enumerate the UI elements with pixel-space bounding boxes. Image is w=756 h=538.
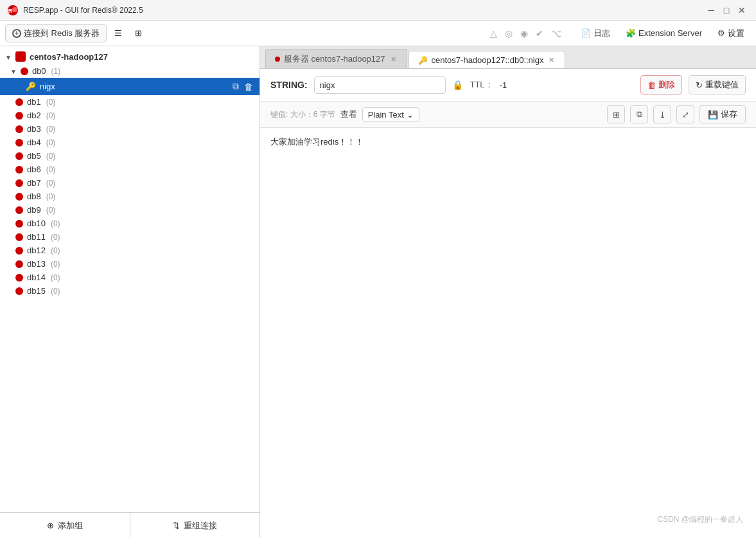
sidebar-db14[interactable]: db14 (0) <box>0 271 259 284</box>
db15-label: db15 <box>27 286 46 296</box>
settings-gear-icon: ⚙ <box>717 28 725 38</box>
sidebar-db3[interactable]: db3 (0) <box>0 122 259 136</box>
db8-label: db8 <box>27 192 41 201</box>
key-type-badge: STRING: <box>270 80 308 90</box>
server-redis-icon <box>15 51 26 62</box>
add-group-label: 添加组 <box>58 520 83 532</box>
extension-server-button[interactable]: 🧩 Extension Server <box>619 26 708 40</box>
sidebar-db8[interactable]: db8 (0) <box>0 190 259 203</box>
nav-icon-5: ⌥ <box>551 28 561 39</box>
value-editor-area[interactable]: 大家加油学习redis！！！ <box>260 128 756 538</box>
db8-icon <box>15 193 23 201</box>
key-left: 🔑 nigx <box>26 82 55 91</box>
plain-text-select[interactable]: Plain Text ⌄ <box>362 107 419 122</box>
grid-view-button[interactable]: ⊞ <box>130 26 147 40</box>
db14-count: (0) <box>51 273 60 282</box>
main-layout: centos7-hadoop127 db0 (1) 🔑 nigx ⧉ 🗑 <box>0 46 756 538</box>
db9-count: (0) <box>46 206 56 215</box>
value-size-label: 键值: 大小：6 字节 <box>270 109 335 120</box>
reload-label: 重载键值 <box>705 79 739 91</box>
format-btn-3[interactable]: ⤓ <box>653 105 671 123</box>
key-name-label: nigx <box>40 82 55 91</box>
sidebar-db15[interactable]: db15 (0) <box>0 284 259 298</box>
logs-label: 日志 <box>593 28 610 39</box>
app-icon: R <box>8 5 18 15</box>
db3-icon <box>15 125 23 133</box>
delete-key-button[interactable]: 🗑 <box>243 80 254 93</box>
db0-count: (1) <box>51 67 61 76</box>
db10-icon <box>15 220 23 228</box>
db5-icon <box>15 152 23 160</box>
server-chevron-icon <box>5 52 12 62</box>
sidebar-db11[interactable]: db11 (0) <box>0 230 259 244</box>
settings-label: 设置 <box>728 28 744 39</box>
copy-key-button[interactable]: ⧉ <box>231 80 240 93</box>
add-group-button[interactable]: ⊕ 添加组 <box>0 513 130 538</box>
db0-icon <box>21 67 28 75</box>
db4-count: (0) <box>46 138 56 147</box>
sidebar-db12[interactable]: db12 (0) <box>0 244 259 257</box>
tab-key[interactable]: 🔑 centos7-hadoop127::db0::nigx ✕ <box>409 51 566 68</box>
db3-count: (0) <box>46 125 56 134</box>
db7-label: db7 <box>27 178 41 188</box>
db14-icon <box>15 274 23 282</box>
db6-label: db6 <box>27 165 41 174</box>
reconnect-button[interactable]: ⇅ 重组连接 <box>130 513 260 538</box>
sidebar-db7[interactable]: db7 (0) <box>0 176 259 190</box>
tab-key-icon: 🔑 <box>418 56 428 65</box>
sidebar: centos7-hadoop127 db0 (1) 🔑 nigx ⧉ 🗑 <box>0 46 260 538</box>
reload-button[interactable]: ↻ 重载键值 <box>689 75 746 94</box>
key-name-input[interactable] <box>314 76 446 94</box>
db15-count: (0) <box>51 287 60 296</box>
maximize-button[interactable]: □ <box>720 4 733 17</box>
sidebar-db2[interactable]: db2 (0) <box>0 109 259 122</box>
sidebar-key-nigx[interactable]: 🔑 nigx ⧉ 🗑 <box>0 78 259 95</box>
key-header-bar: STRING: 🔒 TTL： -1 🗑 删除 ↻ 重载键值 <box>260 69 756 102</box>
minimize-button[interactable]: ─ <box>705 4 717 17</box>
tab-server-label: 服务器 centos7-hadoop127 <box>284 53 385 65</box>
close-button[interactable]: ✕ <box>735 4 748 17</box>
right-panel: 服务器 centos7-hadoop127 ✕ 🔑 centos7-hadoop… <box>260 46 756 538</box>
db12-label: db12 <box>27 246 46 255</box>
tab-key-close[interactable]: ✕ <box>547 56 556 64</box>
logs-doc-icon: 📄 <box>581 28 591 38</box>
db5-label: db5 <box>27 151 41 161</box>
db5-count: (0) <box>46 152 56 161</box>
list-icon: ☰ <box>114 28 122 38</box>
db11-icon <box>15 233 23 241</box>
title-bar-left: R RESP.app - GUI for Redis® 2022.5 <box>8 5 143 15</box>
tab-server[interactable]: 服务器 centos7-hadoop127 ✕ <box>265 49 407 68</box>
tab-server-dot <box>275 57 280 62</box>
sidebar-footer: ⊕ 添加组 ⇅ 重组连接 <box>0 512 259 538</box>
main-toolbar: + 连接到 Redis 服务器 ☰ ⊞ △ ◎ ◉ ✔ ⌥ 📄 日志 🧩 Ext… <box>0 21 756 46</box>
format-btn-1[interactable]: ⊞ <box>607 105 625 123</box>
sidebar-db5[interactable]: db5 (0) <box>0 149 259 163</box>
format-btn-2[interactable]: ⧉ <box>630 105 648 123</box>
db15-icon <box>15 287 23 295</box>
delete-trash-icon: 🗑 <box>647 80 656 90</box>
save-button[interactable]: 💾 保存 <box>699 105 746 123</box>
list-view-button[interactable]: ☰ <box>109 26 127 40</box>
sidebar-server-node[interactable]: centos7-hadoop127 <box>0 49 259 64</box>
db0-chevron-icon <box>10 66 17 76</box>
sidebar-db1[interactable]: db1 (0) <box>0 95 259 109</box>
grid-icon: ⊞ <box>135 28 142 38</box>
extension-icon: 🧩 <box>626 28 636 38</box>
sidebar-db0[interactable]: db0 (1) <box>0 64 259 78</box>
key-actions: ⧉ 🗑 <box>231 80 254 93</box>
logs-button[interactable]: 📄 日志 <box>574 25 617 42</box>
sidebar-db9[interactable]: db9 (0) <box>0 203 259 217</box>
sidebar-db13[interactable]: db13 (0) <box>0 257 259 271</box>
format-btn-4[interactable]: ⤢ <box>676 105 694 123</box>
delete-button[interactable]: 🗑 删除 <box>640 75 682 94</box>
save-disk-icon: 💾 <box>708 110 718 120</box>
connect-redis-button[interactable]: + 连接到 Redis 服务器 <box>5 24 107 42</box>
ttl-value: -1 <box>500 80 507 90</box>
sidebar-db6[interactable]: db6 (0) <box>0 163 259 176</box>
db13-count: (0) <box>51 260 60 269</box>
tab-server-close[interactable]: ✕ <box>389 55 398 64</box>
watermark: CSDN @编程的一拳超人 <box>657 514 743 525</box>
sidebar-db10[interactable]: db10 (0) <box>0 217 259 230</box>
settings-button[interactable]: ⚙ 设置 <box>711 25 751 42</box>
sidebar-db4[interactable]: db4 (0) <box>0 136 259 149</box>
